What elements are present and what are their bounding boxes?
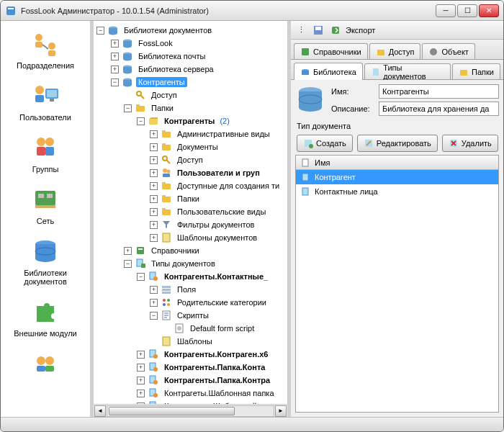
list-row[interactable]: Контактные лица — [296, 184, 498, 199]
expander-icon[interactable]: + — [150, 221, 158, 229]
tree-node[interactable]: +Документы — [95, 140, 286, 153]
tree-node[interactable]: +Контрагенты.Папка.Контра — [95, 374, 286, 387]
expander-icon[interactable]: − — [150, 312, 158, 320]
expander-icon[interactable]: − — [111, 78, 119, 86]
tree-node[interactable]: +Доступные для создания ти — [95, 179, 286, 192]
expander-icon[interactable]: + — [137, 377, 145, 384]
expander-icon[interactable]: + — [150, 208, 158, 216]
tree-node[interactable]: +Пользователи и груп — [95, 166, 286, 179]
sidebar-item-modules[interactable]: Внешние модули — [1, 292, 90, 343]
tree-node[interactable]: Default form script — [95, 322, 286, 335]
sidebar-label: Подразделения — [17, 61, 74, 70]
svg-rect-10 — [47, 90, 57, 97]
tree-node[interactable]: +Справочники — [95, 244, 286, 257]
list-row[interactable]: Контрагент — [296, 170, 498, 184]
tree-node[interactable]: +Административные виды — [95, 127, 286, 140]
expander-icon[interactable]: + — [111, 66, 119, 73]
tree-node[interactable]: +Библиотека сервера — [95, 63, 286, 76]
svg-point-69 — [153, 276, 158, 281]
delete-button[interactable]: Удалить — [442, 135, 498, 152]
tree-node[interactable]: −Контрагенты.Контактные_ — [95, 270, 286, 283]
svg-point-42 — [123, 84, 132, 87]
export-icon[interactable] — [328, 23, 343, 37]
scroll-thumb[interactable] — [109, 407, 235, 415]
tab-folders[interactable]: Папки — [452, 63, 500, 79]
tree-node[interactable]: −Контрагенты — [95, 76, 286, 89]
folder-icon — [161, 128, 172, 140]
expander-icon[interactable]: + — [111, 40, 119, 48]
tab-doctypes[interactable]: Типы документов — [364, 63, 451, 79]
tree-node[interactable]: +Поля — [95, 283, 286, 296]
expander-icon[interactable]: + — [137, 390, 145, 397]
sidebar-item-network[interactable]: Сеть — [1, 179, 90, 231]
expander-icon[interactable]: + — [137, 364, 145, 372]
tree-root[interactable]: −Библиотеки документов — [95, 24, 286, 37]
expander-icon[interactable]: + — [150, 234, 158, 242]
tree-node[interactable]: +Контрагеты.Шаблонная папка — [95, 387, 286, 400]
svg-rect-15 — [45, 147, 54, 156]
tree-hscrollbar[interactable]: ◄ ► — [94, 404, 287, 417]
tab-library[interactable]: Библиотека — [294, 63, 363, 80]
export-label[interactable]: Экспорт — [346, 26, 375, 35]
tree-node[interactable]: +Фильтры документов — [95, 218, 286, 231]
tree-view[interactable]: −Библиотеки документов+FossLook+Библиоте… — [94, 21, 287, 404]
tab-object[interactable]: Объект — [422, 43, 474, 59]
expander-icon[interactable]: + — [150, 299, 158, 307]
expander-icon[interactable]: − — [124, 104, 132, 112]
expander-icon[interactable]: + — [150, 130, 158, 138]
tab-access[interactable]: Доступ — [369, 43, 421, 59]
tree-node[interactable]: Шаблоны — [95, 335, 286, 348]
expander-icon[interactable]: + — [124, 247, 132, 255]
tree-node[interactable]: +FossLook — [95, 37, 286, 50]
expander-icon[interactable]: + — [150, 195, 158, 203]
edit-button[interactable]: Редактировать — [357, 135, 438, 152]
list-header-label: Имя — [315, 158, 330, 167]
scroll-right-button[interactable]: ► — [275, 405, 287, 417]
tree-node[interactable]: +Библиотека почты — [95, 50, 286, 63]
maximize-button[interactable]: ☐ — [457, 4, 477, 17]
tab-references[interactable]: Справочники — [294, 43, 368, 59]
sidebar-item-users[interactable]: Пользователи — [1, 76, 90, 127]
expander-icon[interactable]: − — [124, 260, 132, 268]
detail-panel: ⋮ Экспорт Справочники Доступ Объект Библ… — [291, 21, 503, 417]
list-header[interactable]: Имя — [296, 156, 498, 170]
tree-node[interactable]: +Папки — [95, 192, 286, 205]
expander-icon[interactable]: + — [150, 286, 158, 294]
expander-icon[interactable]: + — [150, 169, 158, 177]
puzzle-icon — [31, 297, 60, 326]
tree-node[interactable]: −Контрагенты(2) — [95, 114, 286, 127]
tree-node[interactable]: +Контрагенты.Папка.Конта — [95, 361, 286, 374]
expander-icon[interactable]: + — [150, 143, 158, 151]
svg-rect-61 — [162, 210, 171, 215]
tree-node[interactable]: −Папки — [95, 102, 286, 114]
expander-icon[interactable]: + — [150, 182, 158, 190]
titlebar[interactable]: FossLook Администратор - 10.0.1.54 (Admi… — [1, 1, 503, 21]
tree-node[interactable]: +Шаблоны документов — [95, 231, 286, 244]
expander-icon[interactable]: + — [150, 156, 158, 164]
folder-icon — [161, 193, 172, 204]
expander-icon[interactable]: + — [111, 53, 119, 60]
tree-node[interactable]: Доступ — [95, 89, 286, 102]
desc-input[interactable] — [379, 102, 499, 116]
expander-icon[interactable]: − — [137, 117, 145, 125]
create-button[interactable]: Создать — [297, 135, 353, 152]
tree-node[interactable]: −Скрипты — [95, 309, 286, 322]
minimize-button[interactable]: ─ — [436, 4, 456, 17]
sidebar-item-more[interactable] — [1, 343, 90, 387]
scroll-track[interactable] — [107, 405, 274, 417]
tree-node[interactable]: +Пользовательские виды — [95, 205, 286, 218]
tree-node[interactable]: +Контрагенты.Контраген.x6 — [95, 348, 286, 361]
name-input[interactable] — [379, 84, 499, 99]
expander-icon[interactable]: − — [137, 273, 145, 281]
close-button[interactable]: ✕ — [479, 4, 499, 17]
sidebar-item-groups[interactable]: Группы — [1, 127, 90, 179]
tree-node[interactable]: +Доступ — [95, 153, 286, 166]
scroll-left-button[interactable]: ◄ — [94, 405, 106, 417]
expander-icon[interactable]: + — [137, 351, 145, 359]
tree-node[interactable]: −Типы документов — [95, 257, 286, 270]
sidebar-item-departments[interactable]: Подразделения — [1, 24, 90, 76]
tree-node[interactable]: +Родительские категории — [95, 296, 286, 309]
sidebar-item-libraries[interactable]: Библиотеки документов — [1, 231, 90, 292]
expander-icon[interactable]: − — [96, 27, 104, 35]
save-icon[interactable] — [311, 23, 325, 37]
